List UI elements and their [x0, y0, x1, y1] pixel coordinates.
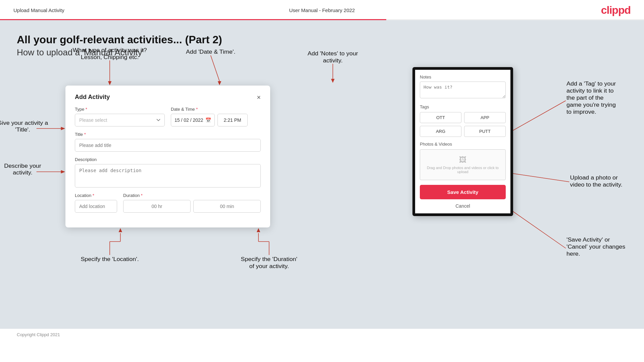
notes-input[interactable]: [420, 82, 506, 98]
svg-text:Add a 'Tag' to your: Add a 'Tag' to your: [566, 80, 616, 87]
tags-grid: OTT APP ARG PUTT: [420, 112, 506, 137]
type-group: Type * Please select: [75, 107, 165, 126]
heading-sub: How to upload a 'Manual Activity': [17, 47, 627, 58]
svg-text:of your activity.: of your activity.: [249, 263, 289, 269]
svg-text:Specify the 'Duration': Specify the 'Duration': [241, 256, 297, 262]
svg-marker-10: [61, 127, 65, 130]
type-select[interactable]: Please select: [75, 114, 165, 126]
manual-title: User Manual - February 2022: [289, 7, 355, 13]
svg-line-44: [508, 208, 566, 248]
phone-content: Notes Tags OTT APP ARG PUTT Photos & Vid…: [415, 70, 510, 213]
svg-text:video to the activity.: video to the activity.: [570, 181, 623, 188]
svg-text:Specify the 'Location'.: Specify the 'Location'.: [81, 256, 139, 262]
dialog-header: Add Activity ×: [75, 94, 261, 101]
form-row-type-datetime: Type * Please select Date & Time * 15 / …: [75, 107, 261, 126]
duration-hr-input[interactable]: [123, 200, 191, 213]
footer: Copyright Clippd 2021: [0, 329, 644, 341]
description-label: Description: [75, 157, 261, 162]
page-heading: All your golf-relevant activities... (Pa…: [17, 34, 627, 58]
svg-text:here.: here.: [566, 250, 580, 257]
copyright: Copyright Clippd 2021: [17, 332, 60, 337]
svg-marker-3: [108, 81, 112, 85]
type-label: Type *: [75, 107, 165, 112]
svg-text:Give your activity a: Give your activity a: [0, 119, 48, 126]
location-group: Location *: [75, 193, 117, 213]
description-textarea[interactable]: [75, 164, 261, 188]
svg-text:activity.: activity.: [323, 57, 342, 63]
calendar-icon: 📅: [205, 117, 211, 123]
photos-upload-area[interactable]: 🖼 Drag and Drop photos and videos or cli…: [420, 149, 506, 180]
location-input[interactable]: [75, 200, 117, 213]
form-row-location-duration: Location * Duration *: [75, 193, 261, 213]
svg-marker-6: [218, 81, 221, 85]
date-input[interactable]: 15 / 02 / 2022 📅: [171, 114, 215, 126]
save-activity-button[interactable]: Save Activity: [420, 185, 506, 199]
duration-inputs: [123, 200, 261, 213]
time-input[interactable]: 2:21 PM: [217, 114, 248, 126]
title-label: Title *: [75, 132, 261, 137]
dialog-title: Add Activity: [75, 94, 110, 101]
duration-group: Duration *: [123, 193, 261, 213]
duration-label: Duration *: [123, 193, 261, 198]
svg-marker-25: [257, 228, 260, 232]
svg-marker-19: [118, 228, 122, 232]
tag-putt[interactable]: PUTT: [464, 126, 506, 137]
svg-text:Describe your: Describe your: [4, 162, 41, 169]
datetime-inputs: 15 / 02 / 2022 📅 2:21 PM: [171, 114, 261, 126]
heading-bold: All your golf-relevant activities... (Pa…: [17, 34, 627, 46]
photos-label: Photos & Videos: [420, 142, 506, 147]
top-bar: Upload Manual Activity User Manual - Feb…: [0, 0, 644, 19]
page-title: Upload Manual Activity: [13, 7, 64, 13]
cancel-button[interactable]: Cancel: [420, 202, 506, 210]
datetime-label: Date & Time *: [171, 107, 261, 112]
notes-label: Notes: [420, 74, 506, 80]
description-group: Description: [75, 157, 261, 188]
tag-arg[interactable]: ARG: [420, 126, 461, 137]
datetime-group: Date & Time * 15 / 02 / 2022 📅 2:21 PM: [171, 107, 261, 126]
main-content: All your golf-relevant activities... (Pa…: [0, 20, 644, 329]
tag-app[interactable]: APP: [464, 112, 506, 123]
upload-icon: 🖼: [424, 156, 502, 164]
duration-min-input[interactable]: [193, 200, 261, 213]
add-activity-dialog: Add Activity × Type * Please select Date…: [65, 86, 270, 227]
svg-marker-29: [331, 79, 335, 83]
svg-text:to improve.: to improve.: [566, 108, 596, 115]
svg-text:the part of the: the part of the: [566, 94, 604, 101]
svg-text:'Title'.: 'Title'.: [15, 126, 30, 133]
location-label: Location *: [75, 193, 117, 198]
logo: clippd: [601, 4, 631, 16]
tag-ott[interactable]: OTT: [420, 112, 461, 123]
title-input[interactable]: [75, 139, 261, 152]
svg-text:activity to link it to: activity to link it to: [566, 87, 614, 94]
phone-panel: Notes Tags OTT APP ARG PUTT Photos & Vid…: [412, 67, 513, 216]
title-group: Title *: [75, 132, 261, 152]
svg-text:'Cancel' your changes: 'Cancel' your changes: [566, 243, 626, 250]
tags-label: Tags: [420, 104, 506, 109]
svg-text:activity.: activity.: [13, 169, 32, 175]
svg-text:Upload a photo or: Upload a photo or: [570, 174, 618, 180]
svg-marker-14: [61, 170, 65, 173]
svg-line-35: [506, 101, 566, 134]
svg-line-5: [211, 55, 219, 81]
close-button[interactable]: ×: [257, 94, 261, 101]
svg-text:game you're trying: game you're trying: [566, 101, 616, 108]
svg-line-39: [508, 173, 569, 182]
upload-text: Drag and Drop photos and videos or click…: [424, 166, 502, 174]
svg-text:'Save Activity' or: 'Save Activity' or: [566, 236, 610, 243]
